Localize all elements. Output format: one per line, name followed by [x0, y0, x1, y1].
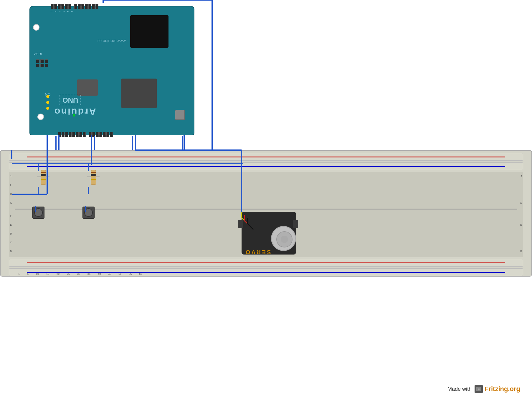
arduino-led-l [46, 95, 49, 98]
breadboard-bottom-rail-1 [9, 259, 523, 267]
fritzing-brand-name: Fritzing.org [485, 385, 520, 393]
arduino-top-pin-labels: 5 4 3 2 1 0 [49, 11, 73, 12]
servo-arm [271, 226, 296, 251]
row-label-e: E [10, 223, 12, 226]
row-label-d: D [10, 232, 12, 235]
row-label-c: C [10, 241, 12, 244]
arduino-board: www.arduino.cc ICSP ON Arduino UNO [29, 6, 194, 135]
servo-mount-left [238, 220, 243, 228]
arduino-bottom-header [58, 132, 113, 137]
arduino-mounting-hole-bottom-left [37, 114, 44, 120]
row-label-i: I [10, 184, 11, 187]
arduino-brand-label: Arduino [54, 106, 96, 117]
fritzing-logo: F Fritzing.org [475, 385, 520, 393]
breadboard-numbers-bottom: 1 5 10 15 20 25 30 35 40 45 50 55 60 [18, 272, 142, 275]
footer: Made with F Fritzing.org [447, 385, 520, 393]
arduino-url: www.arduino.cc [98, 39, 126, 44]
servo-label: SERVO [244, 249, 271, 255]
arduino-led-tx [46, 101, 49, 104]
row-label-j: J [10, 175, 11, 178]
row-label-g-right: G [520, 201, 522, 204]
arduino-main-chip [121, 79, 157, 108]
row-label-j-right: J [521, 175, 522, 178]
arduino-led-rx [46, 107, 49, 110]
arduino-usb-connector [130, 15, 168, 48]
arduino-icsp-header [36, 59, 48, 67]
breadboard-top-rail-1 [9, 153, 523, 161]
fritzing-icon: F [475, 385, 483, 393]
row-label-f: F [10, 215, 12, 217]
row-label-h: H [10, 192, 12, 195]
made-with-text: Made with [447, 386, 472, 392]
row-label-e-right: E [520, 223, 522, 226]
arduino-model-label: UNO [60, 95, 81, 105]
arduino-top-header [51, 4, 98, 9]
push-button-2[interactable] [82, 206, 95, 219]
push-button-1[interactable] [32, 206, 45, 219]
arduino-mounting-hole-top-left [33, 24, 39, 31]
row-label-g: G [10, 201, 12, 204]
arduino-secondary-chip [77, 79, 98, 96]
resistor-2 [83, 168, 100, 187]
arduino-reset-button[interactable] [175, 110, 185, 120]
row-label-b: B [10, 250, 12, 253]
arduino-icsp-label: ICSP [34, 52, 42, 56]
svg-text:F: F [478, 387, 480, 391]
row-label-b-right: B [520, 250, 522, 253]
fritzing-diagram: J I H G F E D C B J G E B 1 5 10 [0, 0, 532, 399]
servo-mount-right [293, 220, 298, 228]
resistor-1 [33, 168, 49, 187]
